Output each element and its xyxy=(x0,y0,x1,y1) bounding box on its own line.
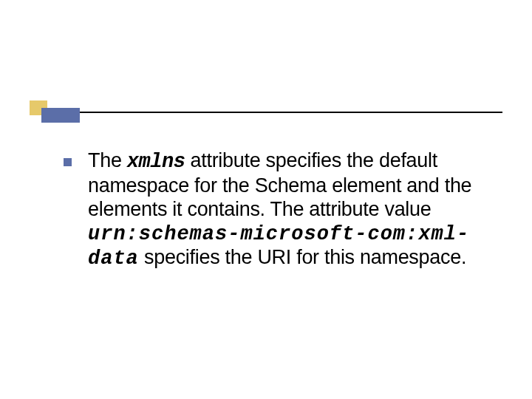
title-divider xyxy=(30,105,502,120)
content-area: The xmlns attribute specifies the defaul… xyxy=(64,149,488,271)
body-text: The xmlns attribute specifies the defaul… xyxy=(88,149,488,271)
code-xmlns: xmlns xyxy=(127,151,185,173)
bullet-item: The xmlns attribute specifies the defaul… xyxy=(64,149,488,271)
text-part-1: The xyxy=(88,149,127,171)
divider-line xyxy=(80,112,502,113)
text-part-3: specifies the URI for this namespace. xyxy=(139,246,466,268)
slide: The xmlns attribute specifies the defaul… xyxy=(0,0,532,399)
accent-block-blue xyxy=(41,108,80,123)
square-bullet-icon xyxy=(64,158,72,166)
